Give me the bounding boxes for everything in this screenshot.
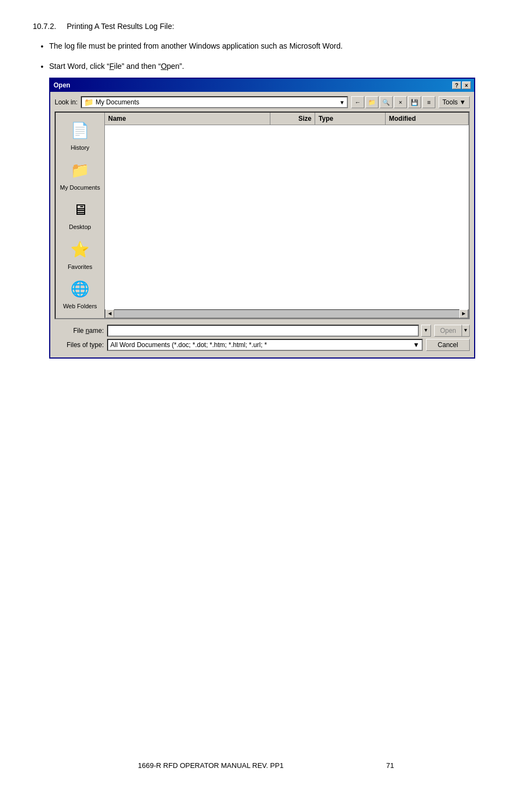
sidebar-item-desktop[interactable]: 🖥 Desktop: [58, 196, 102, 234]
bottom-fields: File name: ▼ Open ▼: [55, 322, 470, 353]
favorites-icon: ⭐: [70, 238, 90, 261]
file-list-panel: Name Size Type Modified ◀: [105, 113, 469, 318]
views-button[interactable]: ≡: [422, 96, 435, 108]
footer-text: 1669-R RFD OPERATOR MANUAL REV. PP1: [138, 761, 284, 770]
dialog-titlebar: Open ? ×: [50, 79, 474, 92]
sidebar-item-favorites-label: Favorites: [68, 262, 92, 272]
lookin-dropdown-arrow: ▼: [339, 98, 345, 107]
sidebar-item-my-documents[interactable]: 📁 My Documents: [58, 157, 102, 195]
open-dropdown-button[interactable]: ▼: [462, 325, 470, 337]
up-folder-button[interactable]: 📁: [365, 96, 379, 108]
dialog-toolbar: ← 📁 🔍 × 💾 ≡: [351, 96, 435, 108]
bullet-2: Start Word, click “File” and then “Open”…: [49, 61, 499, 359]
back-button[interactable]: ←: [351, 96, 364, 108]
scroll-right-button[interactable]: ▶: [459, 309, 468, 318]
file-list-content[interactable]: [105, 125, 469, 309]
filetype-value: All Word Documents (*.doc; *.dot; *.htm;…: [110, 340, 267, 350]
dialog-title: Open: [54, 80, 70, 90]
filetype-input-area: All Word Documents (*.doc; *.dot; *.htm;…: [107, 339, 423, 351]
new-folder-button[interactable]: 💾: [408, 96, 421, 108]
open-button-area: Open ▼: [434, 325, 470, 337]
filetype-label: Files of type:: [55, 340, 104, 350]
sidebar-item-history[interactable]: 📄 History: [58, 117, 102, 155]
filename-input-area: ▼: [107, 325, 431, 337]
lookin-combo[interactable]: 📁 My Documents ▼: [81, 96, 348, 108]
scrollbar-track[interactable]: [114, 310, 459, 318]
tools-menu-button[interactable]: Tools ▼: [439, 96, 470, 108]
places-sidebar: 📄 History 📁 My Documents 🖥 Desktop: [56, 113, 105, 318]
open-button[interactable]: Open: [434, 325, 462, 337]
tools-label: Tools: [442, 97, 458, 107]
lookin-label: Look in:: [55, 97, 78, 107]
titlebar-buttons: ? ×: [452, 81, 471, 89]
delete-button[interactable]: ×: [394, 96, 407, 108]
file-list-header: Name Size Type Modified: [105, 113, 469, 125]
filename-dropdown-button[interactable]: ▼: [421, 325, 431, 337]
column-modified: Modified: [386, 113, 469, 125]
sidebar-item-my-documents-label: My Documents: [60, 183, 100, 192]
column-name: Name: [105, 113, 270, 125]
sidebar-item-history-label: History: [70, 143, 89, 152]
bullet-1: The log file must be printed from anothe…: [49, 40, 499, 52]
sidebar-item-desktop-label: Desktop: [69, 222, 91, 232]
my-documents-icon: 📁: [70, 159, 90, 182]
open-dialog: Open ? × Look in: 📁 My Documents ▼: [49, 78, 475, 359]
footer-page: 71: [386, 761, 394, 770]
desktop-icon: 🖥: [73, 198, 88, 221]
sidebar-item-web-folders[interactable]: 🌐 Web Folders: [58, 275, 102, 313]
tools-arrow: ▼: [459, 97, 466, 107]
scroll-left-button[interactable]: ◀: [105, 309, 114, 318]
close-button[interactable]: ×: [462, 81, 471, 89]
history-icon: 📄: [70, 119, 90, 142]
web-folders-icon: 🌐: [70, 278, 90, 301]
column-type: Type: [315, 113, 386, 125]
search-web-button[interactable]: 🔍: [380, 96, 393, 108]
lookin-value: My Documents: [96, 97, 139, 107]
filename-input[interactable]: [107, 325, 419, 337]
column-size: Size: [270, 113, 316, 125]
folder-icon: 📁: [84, 97, 93, 108]
filetype-combo[interactable]: All Word Documents (*.doc; *.dot; *.htm;…: [107, 339, 423, 351]
page-footer: 1669-R RFD OPERATOR MANUAL REV. PP1 71: [0, 761, 532, 770]
cancel-button[interactable]: Cancel: [426, 339, 470, 351]
filename-row: File name: ▼ Open ▼: [55, 325, 470, 337]
lookin-row: Look in: 📁 My Documents ▼ ← 📁 🔍 × 💾: [55, 96, 470, 108]
horizontal-scrollbar[interactable]: ◀ ▶: [105, 309, 469, 318]
sidebar-item-favorites[interactable]: ⭐ Favorites: [58, 236, 102, 274]
main-file-area: 📄 History 📁 My Documents 🖥 Desktop: [55, 112, 470, 319]
filename-label: File name:: [55, 326, 104, 336]
filetype-dropdown-arrow: ▼: [413, 340, 419, 350]
sidebar-item-web-folders-label: Web Folders: [63, 302, 97, 311]
help-button[interactable]: ?: [452, 81, 461, 89]
section-heading: 10.7.2. Printing A Test Results Log File…: [33, 22, 499, 31]
filetype-row: Files of type: All Word Documents (*.doc…: [55, 339, 470, 351]
